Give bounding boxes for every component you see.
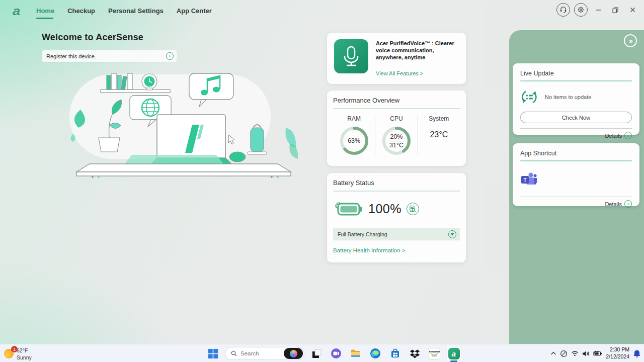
tab-app-center[interactable]: App Center — [177, 7, 212, 15]
battery-charging-icon — [593, 350, 602, 356]
battery-level: 100% — [368, 202, 401, 216]
microsoft-teams-icon[interactable]: T — [520, 171, 537, 188]
start-button[interactable] — [205, 346, 220, 361]
volume-status[interactable] — [582, 350, 590, 357]
amazon-app[interactable]: amazon — [427, 346, 442, 361]
gear-icon — [577, 6, 585, 14]
purified-voice-title: Acer PurifiedVoice™ : Clearer voice comm… — [376, 40, 459, 61]
search-input[interactable] — [240, 350, 276, 356]
live-update-details-link[interactable]: Details — [605, 133, 622, 139]
maximize-button[interactable] — [609, 4, 622, 17]
microphone-tile — [334, 39, 368, 73]
acersense-app[interactable]: a — [446, 346, 461, 361]
wifi-icon — [571, 350, 579, 356]
folder-icon — [350, 348, 361, 359]
battery-health-link[interactable]: Battery Health Information > — [333, 247, 460, 253]
restore-icon — [612, 7, 618, 13]
battery-mode-dropdown[interactable]: Full Battery Charging — [333, 228, 460, 240]
video-camera-icon — [331, 348, 342, 359]
video-app[interactable] — [329, 346, 344, 361]
double-chevron-right-icon: » — [629, 37, 632, 45]
acersense-icon: a — [448, 348, 460, 359]
wifi-status[interactable] — [571, 350, 579, 356]
cpu-label: CPU — [390, 115, 403, 122]
dropbox-icon — [410, 348, 420, 359]
performance-title: Performance Overview — [333, 97, 460, 104]
performance-overview-card: Performance Overview RAM 63% CPU — [327, 90, 466, 166]
tab-checkup[interactable]: Checkup — [67, 7, 95, 15]
ram-metric: RAM 63% — [333, 115, 375, 155]
weather-badge: 1 — [11, 346, 18, 352]
title-divider — [520, 160, 632, 161]
search-icon — [231, 350, 237, 356]
onedrive-paused[interactable] — [560, 350, 568, 357]
details-arrow-icon[interactable]: › — [624, 200, 632, 208]
notifications-button[interactable] — [633, 349, 641, 358]
weather-widget[interactable]: 1 62°F Sunny — [4, 346, 32, 361]
app-shortcut-details-link[interactable]: Details — [605, 201, 622, 207]
cpu-temp: 31°C — [389, 141, 404, 149]
dropbox-app[interactable] — [407, 346, 422, 361]
svg-text:T: T — [523, 177, 526, 183]
view-all-features-link[interactable]: View All Features > — [376, 70, 459, 76]
app-shortcut-card: App Shortcut T Details › — [513, 143, 639, 206]
chevron-up-icon — [550, 351, 556, 355]
file-explorer[interactable] — [348, 346, 363, 361]
copilot-button[interactable] — [284, 348, 303, 359]
battery-report-icon — [409, 205, 416, 212]
cpu-metric: CPU 20% 31°C — [375, 115, 417, 155]
tab-home[interactable]: Home — [36, 7, 54, 15]
system-label: System — [429, 115, 449, 122]
battery-report-button[interactable] — [407, 203, 419, 215]
support-headset-button[interactable] — [556, 3, 570, 17]
clock-widget[interactable]: 2:30 PM 2/12/2024 — [606, 346, 629, 360]
battery-status-card: Battery Status 100% Full Batter — [327, 173, 466, 262]
live-update-message: No items to update — [545, 94, 591, 100]
acer-logo: a — [13, 4, 20, 18]
live-update-card: Live Update No items to update — [513, 63, 639, 135]
weather-temperature: 62°F — [17, 347, 32, 354]
ram-label: RAM — [347, 115, 361, 122]
title-divider — [333, 191, 460, 192]
tray-time: 2:30 PM — [606, 346, 629, 353]
system-temp: 23°C — [430, 130, 448, 139]
desk-illustration — [50, 63, 302, 178]
acersense-window: a Home Checkup Personal Settings App Cen… — [0, 0, 644, 362]
collapse-panel-button[interactable]: » — [624, 34, 637, 47]
overlapping-squares-app[interactable] — [309, 346, 324, 361]
copilot-icon — [290, 350, 297, 357]
live-update-title: Live Update — [520, 70, 632, 77]
chevron-down-icon — [448, 230, 456, 238]
close-button[interactable] — [626, 4, 639, 17]
amazon-icon: amazon — [429, 348, 440, 359]
cpu-usage: 20% — [389, 133, 404, 141]
details-arrow-icon[interactable]: › — [624, 132, 632, 139]
update-refresh-icon — [520, 88, 538, 106]
ram-gauge: 63% — [340, 126, 369, 155]
settings-button[interactable] — [574, 3, 588, 17]
sun-icon: 1 — [4, 349, 14, 358]
overlapping-squares-icon — [311, 348, 322, 359]
windows-taskbar: 1 62°F Sunny — [0, 344, 644, 362]
taskbar-search[interactable] — [225, 347, 304, 360]
battery-tray-status[interactable] — [593, 350, 602, 356]
tray-date: 2/12/2024 — [606, 353, 629, 360]
battery-mode-label: Full Battery Charging — [338, 231, 448, 237]
hidden-icons-button[interactable] — [550, 351, 556, 355]
register-device-button[interactable]: Register this device. › — [42, 50, 177, 62]
window-controls — [556, 3, 639, 17]
ram-value: 63% — [348, 137, 360, 144]
tab-personal-settings[interactable]: Personal Settings — [108, 7, 164, 15]
register-arrow-icon: › — [166, 52, 174, 60]
minimize-icon — [596, 7, 601, 13]
top-nav: a Home Checkup Personal Settings App Cen… — [0, 0, 644, 23]
battery-icon — [334, 201, 363, 217]
minimize-button[interactable] — [592, 4, 605, 17]
register-device-label: Register this device. — [46, 53, 166, 59]
headset-icon — [559, 6, 567, 14]
page-title: Welcome to AcerSense — [42, 32, 143, 43]
edge-browser[interactable] — [368, 346, 383, 361]
edge-icon — [370, 348, 381, 359]
microsoft-store[interactable] — [387, 346, 403, 361]
check-now-button[interactable]: Check Now — [520, 112, 632, 123]
